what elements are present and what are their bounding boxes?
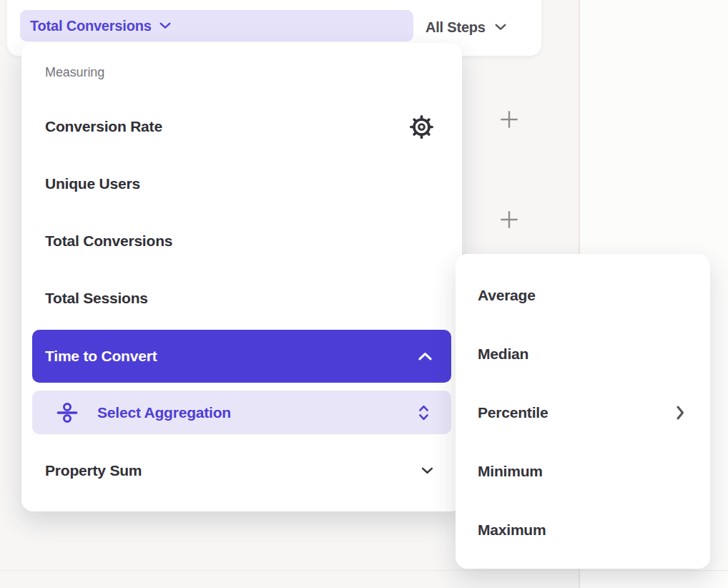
menu-item-total-sessions[interactable]: Total Sessions [45,286,433,310]
add-step-button[interactable] [499,109,519,129]
chevron-right-icon [677,406,684,420]
horizontal-divider [0,570,728,571]
menu-item-minimum[interactable]: Minimum [478,459,684,484]
menu-item-property-sum[interactable]: Property Sum [45,459,433,483]
measurement-dropdown-button[interactable]: Total Conversions [20,10,413,41]
menu-item-label: Median [478,346,528,363]
gear-icon[interactable] [410,115,433,139]
aggregation-divide-icon [56,401,79,424]
menu-item-label: Average [478,287,536,304]
menu-item-label: Conversion Rate [45,118,162,135]
menu-item-label: Percentile [478,404,548,421]
menu-item-time-to-convert[interactable]: Time to Convert [32,330,451,383]
menu-item-label: Total Conversions [45,232,172,250]
menu-item-total-conversions[interactable]: Total Conversions [45,229,433,253]
menu-item-average[interactable]: Average [478,283,684,308]
menu-item-conversion-rate[interactable]: Conversion Rate [45,114,433,139]
steps-dropdown-label: All Steps [426,19,486,36]
select-updown-icon [418,403,430,422]
menu-item-label: Property Sum [45,462,142,479]
chevron-up-icon [418,352,432,361]
aggregation-menu: Average Median Percentile Minimum Maximu… [456,254,710,569]
add-step-button[interactable] [499,210,519,230]
page-background: Total Conversions All Steps Measuring Co… [0,0,728,588]
menu-section-label: Measuring [45,65,104,80]
menu-item-unique-users[interactable]: Unique Users [45,172,433,196]
menu-item-label: Maximum [478,521,546,539]
menu-item-label: Select Aggregation [97,404,231,421]
chevron-down-icon [495,24,506,31]
menu-item-maximum[interactable]: Maximum [478,518,684,542]
select-aggregation-button[interactable]: Select Aggregation [32,391,451,434]
menu-item-label: Minimum [478,463,543,480]
menu-item-label: Unique Users [45,175,140,192]
menu-item-label: Time to Convert [45,348,157,365]
menu-item-median[interactable]: Median [478,342,684,366]
menu-item-label: Total Sessions [45,290,148,307]
chevron-down-icon [421,467,433,474]
measurement-dropdown-label: Total Conversions [30,18,152,34]
steps-dropdown-button[interactable]: All Steps [426,11,506,44]
chevron-down-icon [159,22,171,29]
measuring-menu: Measuring Conversion Rate Uni [21,43,462,511]
plus-icon [499,109,519,129]
menu-item-percentile[interactable]: Percentile [478,401,684,425]
plus-icon [499,210,519,230]
